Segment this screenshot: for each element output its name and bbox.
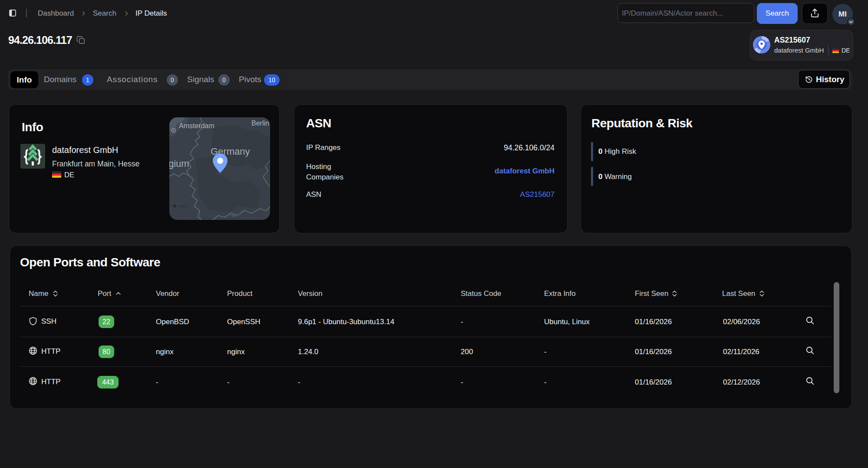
svg-text:mapbox: mapbox	[178, 205, 188, 208]
svg-text:Amsterdam: Amsterdam	[179, 122, 215, 129]
svg-text:gium: gium	[169, 158, 189, 169]
svg-text:Berlin: Berlin	[251, 119, 269, 127]
